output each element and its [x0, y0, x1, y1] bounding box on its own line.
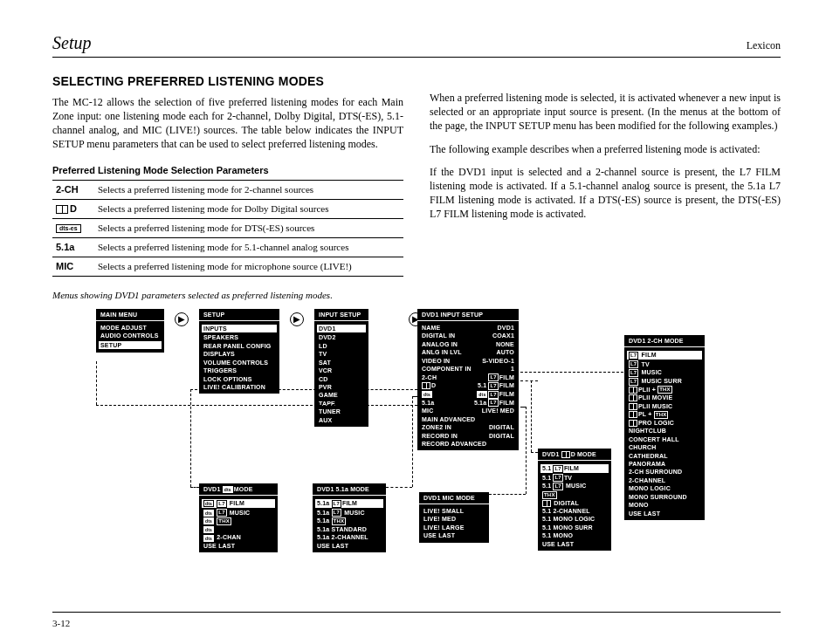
- connector-line: [412, 396, 417, 397]
- paragraph: If the DVD1 input is selected and a 2-ch…: [430, 165, 781, 222]
- diagram-caption: Menus showing DVD1 parameters selected a…: [52, 289, 403, 302]
- menu-item-selected: SETUP: [99, 341, 162, 349]
- menu-item-selected: 5.1 L7FILM: [540, 464, 609, 473]
- menu-value: NONE: [496, 340, 514, 348]
- left-column: SELECTING PREFERRED LISTENING MODES The …: [52, 73, 403, 302]
- menu-value: AUTO: [496, 348, 514, 356]
- menu-item: DIGITAL: [542, 499, 607, 507]
- dts-icon: dts-es: [56, 224, 81, 233]
- menu-setup: SETUP INPUTS SPEAKERS REAR PANEL CONFIG …: [199, 309, 279, 394]
- table-row: 2-CHSelects a preferred listening mode f…: [52, 181, 403, 200]
- menu-item: CATHEDRAL: [629, 452, 700, 460]
- paragraph: When a preferred listening mode is selec…: [430, 91, 781, 134]
- menu-dvd1-input-setup: DVD1 INPUT SETUP NAMEDVD1 DIGITAL INCOAX…: [417, 309, 519, 451]
- menu-main: MAIN MENU MODE ADJUST AUDIO CONTROLS SET…: [96, 309, 164, 353]
- menu-input-setup: INPUT SETUP DVD1 DVD2 LD TV SAT VCR CD P…: [314, 309, 368, 428]
- menu-dd-mode: DVD1 D MODE 5.1 L7FILM 5.1 L7TV 5.1 L7 M…: [538, 449, 611, 552]
- connector-line: [520, 380, 538, 381]
- page-header: Setup Lexicon: [52, 33, 781, 58]
- menu-item-selected: 5.1a L7FILM: [315, 499, 383, 508]
- menu-item: L7 MUSIC: [629, 368, 700, 377]
- menu-item: DVD2: [319, 333, 364, 341]
- menu-item: USE LAST: [317, 542, 382, 550]
- menu-label: 2-CH: [422, 373, 437, 382]
- menu-dts-mode: DVD1 dtsMODE dts L7 FILM dts L7 MUSIC dt…: [199, 483, 278, 553]
- menu-item: dts: [203, 525, 273, 533]
- menu-diagram: MAIN MENU MODE ADJUST AUDIO CONTROLS SET…: [52, 309, 781, 562]
- menu-item: PLII MUSIC: [629, 402, 700, 410]
- menu-label: RECORD IN: [422, 432, 458, 440]
- menu-item: PANORAMA: [629, 460, 700, 468]
- menu-title: DVD1 INPUT SETUP: [417, 309, 519, 321]
- menu-item: LIVE! SMALL: [423, 507, 485, 515]
- param-key: D: [52, 200, 94, 219]
- manual-page: Setup Lexicon SELECTING PREFERRED LISTEN…: [0, 0, 833, 644]
- menu-label: ANALOG IN: [422, 340, 458, 348]
- menu-item: dts L7 MUSIC: [203, 509, 273, 517]
- menu-item: GAME: [319, 391, 364, 399]
- menu-label: MIC: [422, 407, 433, 414]
- menu-item: MONO: [629, 501, 700, 509]
- section-title: SELECTING PREFERRED LISTENING MODES: [52, 73, 403, 90]
- menu-item: 5.1a L7 MUSIC: [317, 509, 382, 517]
- connector-line: [96, 405, 417, 406]
- menu-item-selected: INPUTS: [202, 325, 277, 332]
- menu-item: dts 2-CHAN: [203, 533, 273, 541]
- menu-title: SETUP: [199, 309, 279, 321]
- menu-item: REAR PANEL CONFIG: [203, 342, 275, 350]
- menu-item: 2-CHANNEL: [629, 476, 700, 484]
- param-key: MIC: [52, 257, 94, 276]
- arrow-icon: ▶: [175, 312, 189, 326]
- menu-item: CHURCH: [629, 443, 700, 451]
- menu-item-selected: L7 FILM: [627, 351, 702, 360]
- connector-line: [531, 380, 532, 452]
- menu-title: DVD1 D MODE: [538, 449, 611, 461]
- menu-item: LD: [319, 342, 364, 350]
- connector-line: [190, 389, 417, 390]
- menu-item: LOCK OPTIONS: [203, 375, 275, 383]
- menu-label: DIGITAL IN: [422, 332, 455, 339]
- menu-value: 5.1a L7FILM: [474, 399, 514, 408]
- menu-item: 5.1 L7TV: [542, 474, 607, 483]
- menu-item: MONO SURROUND: [629, 493, 700, 501]
- footer-rule: [52, 612, 781, 613]
- menu-item: 5.1 MONO LOGIC: [542, 515, 607, 523]
- menu-item: USE LAST: [629, 510, 700, 517]
- menu-item: MAIN ADVANCED: [422, 415, 514, 423]
- menu-item: 5.1a 2-CHANNEL: [317, 533, 382, 541]
- menu-2ch-mode: DVD1 2-CH MODE L7 FILM L7 TV L7 MUSIC L7…: [624, 335, 705, 521]
- menu-title: DVD1 dtsMODE: [199, 483, 278, 496]
- connector-line: [96, 361, 97, 405]
- connector-line: [526, 407, 527, 494]
- menu-item: LIVE! CALIBRATION: [203, 383, 275, 391]
- two-column-body: SELECTING PREFERRED LISTENING MODES The …: [52, 73, 781, 302]
- menu-item: 5.1 2-CHANNEL: [542, 507, 607, 515]
- connector-line: [190, 487, 199, 488]
- menu-item: L7 TV: [629, 360, 700, 369]
- connector-line: [386, 487, 412, 488]
- menu-item: PLII MOVIE: [629, 394, 700, 401]
- arrow-icon: ▶: [290, 312, 304, 326]
- menu-item: 5.1 MONO SURR: [542, 524, 607, 531]
- menu-item: USE LAST: [423, 531, 485, 539]
- menu-item: MODE ADJUST: [100, 324, 160, 332]
- menu-item: TRIGGERS: [203, 367, 275, 374]
- menu-item: 2-CH SURROUND: [629, 468, 700, 476]
- param-key: dts-es: [52, 219, 94, 238]
- param-desc: Selects a preferred listening mode for 5…: [94, 238, 403, 257]
- menu-51a-mode: DVD1 5.1a MODE 5.1a L7FILM 5.1a L7 MUSIC…: [313, 483, 386, 553]
- connector-line: [489, 494, 526, 495]
- menu-item: dts THX: [203, 517, 273, 525]
- menu-item: VCR: [319, 367, 364, 374]
- menu-value: DIGITAL: [489, 432, 514, 440]
- menu-item: SAT: [319, 359, 364, 367]
- menu-value: COAX1: [492, 332, 514, 339]
- menu-label: 5.1a: [422, 399, 434, 408]
- menu-item: CD: [319, 375, 364, 383]
- menu-label: COMPONENT IN: [422, 365, 472, 373]
- menu-item: PLII + THX: [629, 386, 700, 394]
- menu-item: MONO LOGIC: [629, 484, 700, 492]
- table-row: DSelects a preferred listening mode for …: [52, 200, 403, 219]
- menu-item: 5.1 L7 MUSIC: [542, 482, 607, 490]
- menu-label: NAME: [422, 324, 440, 332]
